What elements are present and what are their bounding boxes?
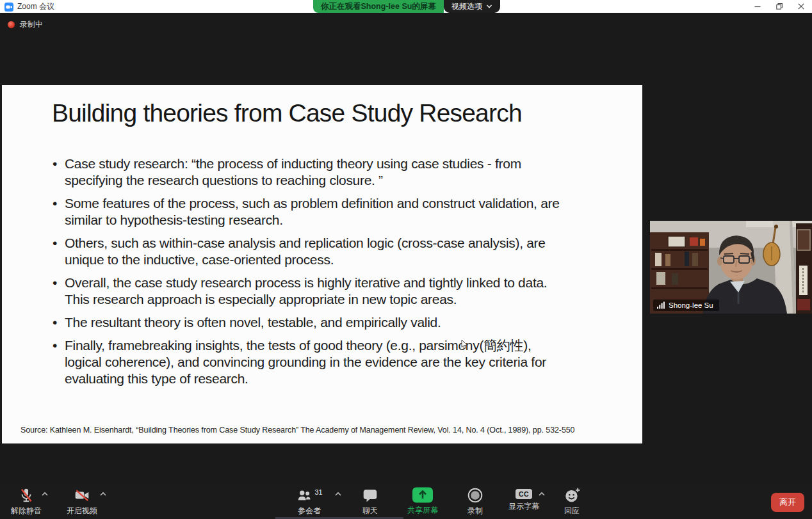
chat-bubble-icon <box>362 487 378 504</box>
participants-options-chevron-icon[interactable] <box>334 491 342 497</box>
reactions-smiley-icon <box>564 487 580 504</box>
audio-level-icon <box>657 301 665 309</box>
close-button[interactable] <box>790 0 812 13</box>
chat-label: 聊天 <box>362 506 378 516</box>
viewing-screen-banner: 你正在观看Shong-lee Su的屏幕 <box>313 0 444 13</box>
zoom-window: Zoom 会议 你正在观看Shong-lee Su的屏幕 视频选项 <box>0 0 812 519</box>
slide-source-citation: Source: Kathleen M. Eisenhardt, “Buildin… <box>20 426 574 435</box>
record-label: 录制 <box>467 506 483 516</box>
slide-bullet: The resultant theory is often novel, tes… <box>53 314 571 331</box>
leave-meeting-button[interactable]: 离开 <box>771 493 804 512</box>
start-video-label: 开启视频 <box>67 506 97 516</box>
show-captions-label: 显示字幕 <box>508 501 539 512</box>
show-captions-button[interactable]: CC 显示字幕 <box>497 487 551 512</box>
slide-bullet: Others, such as within-case analysis and… <box>53 235 571 268</box>
restore-button[interactable] <box>768 0 790 13</box>
chat-button[interactable]: 聊天 <box>343 487 397 516</box>
microphone-muted-icon <box>18 487 35 504</box>
chevron-down-icon <box>486 4 492 9</box>
video-options-chevron-icon[interactable] <box>99 491 107 497</box>
slide-bullet-list: Case study research: “the process of ind… <box>53 156 571 394</box>
title-bar: Zoom 会议 你正在观看Shong-lee Su的屏幕 视频选项 <box>0 0 812 13</box>
recording-label: 录制中 <box>20 19 43 30</box>
screen-view-banner-group: 你正在观看Shong-lee Su的屏幕 视频选项 <box>313 0 500 13</box>
unmute-label: 解除静音 <box>11 506 42 516</box>
participant-name-tag: Shong-lee Su <box>653 299 719 311</box>
reactions-label: 回应 <box>564 506 580 516</box>
recording-indicator: 录制中 <box>8 19 43 30</box>
participants-icon <box>296 487 313 504</box>
recording-dot-icon <box>8 21 15 28</box>
slide-bullet: Some features of the process, such as pr… <box>53 195 571 228</box>
cc-icon: CC <box>516 489 532 499</box>
view-options-button[interactable]: 视频选项 <box>444 0 500 13</box>
camera-off-icon <box>74 487 90 504</box>
slide-bullet: Case study research: “the process of ind… <box>53 156 571 189</box>
shared-screen-slide: Building theories from Case Study Resear… <box>2 85 642 443</box>
minimize-button[interactable] <box>747 0 768 13</box>
window-controls <box>747 0 812 13</box>
restore-icon <box>775 3 783 10</box>
start-video-button[interactable]: 开启视频 <box>60 487 104 516</box>
window-title: Zoom 会议 <box>17 1 54 12</box>
minimize-icon <box>754 3 761 10</box>
meeting-toolbar: 解除静音 开启视频 31 <box>0 483 812 519</box>
app-identity: Zoom 会议 <box>4 1 54 12</box>
slide-bullet: Finally, framebreaking insights, the tes… <box>53 337 571 387</box>
reactions-button[interactable]: 回应 <box>545 487 599 516</box>
participants-label: 参会者 <box>298 506 321 516</box>
record-icon <box>467 487 483 504</box>
participants-button[interactable]: 31 参会者 <box>282 487 336 516</box>
slide-title: Building theories from Case Study Resear… <box>52 99 522 127</box>
zoom-app-icon <box>4 3 13 12</box>
audio-options-chevron-icon[interactable] <box>41 491 49 497</box>
view-options-label: 视频选项 <box>451 1 482 12</box>
participant-video-tile[interactable]: Shong-lee Su <box>650 221 812 314</box>
share-screen-button[interactable]: 共享屏幕 <box>396 487 450 516</box>
share-screen-label: 共享屏幕 <box>407 505 438 516</box>
participant-name: Shong-lee Su <box>669 301 713 309</box>
mouse-cursor-icon <box>461 340 468 349</box>
participants-count-badge: 31 <box>314 488 322 496</box>
share-screen-icon <box>412 487 434 503</box>
slide-bullet: Overall, the case study research process… <box>53 275 571 308</box>
record-button[interactable]: 录制 <box>448 487 502 516</box>
close-icon <box>797 3 805 10</box>
